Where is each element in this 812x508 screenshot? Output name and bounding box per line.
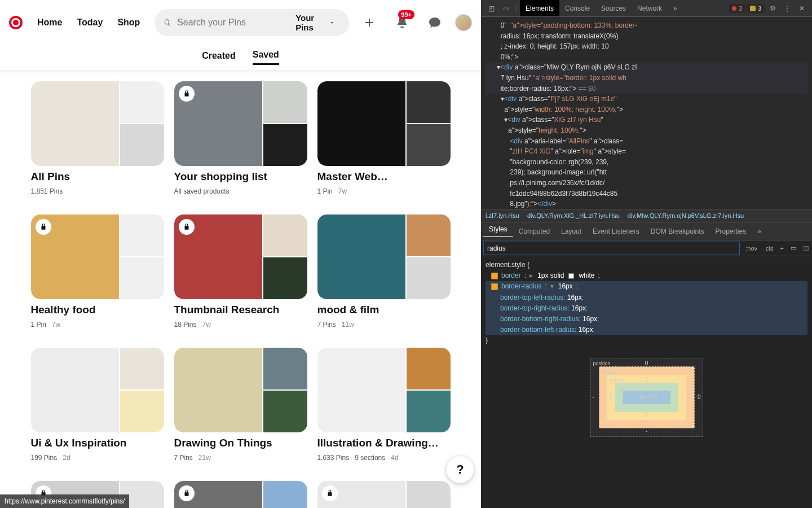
board-title: Illustration & Drawing… xyxy=(317,437,444,449)
messages-button[interactable] xyxy=(422,10,447,35)
board-title: mood & film xyxy=(317,304,444,316)
dom-line[interactable]: 0" "a">style="padding-bottom: 133%; bord… xyxy=(486,20,807,31)
kebab-icon[interactable]: ⋮ xyxy=(780,2,794,15)
dom-line[interactable]: <div a">aria-label="AllPins" a">class= xyxy=(486,136,807,147)
board-card[interactable]: Thumbnail Research18 Pins7w xyxy=(174,214,307,329)
dom-line[interactable]: 8.jpg");"></div> xyxy=(486,199,807,209)
crumb[interactable]: div.MIw.QLY.Rym.ojN.p6V.sLG.zI7.iyn.Hsu xyxy=(628,212,744,219)
subtab-styles[interactable]: Styles xyxy=(483,225,513,237)
dom-line[interactable]: "background-color: rgb(239, 239, xyxy=(486,157,807,168)
devtools-panel: ◰ ▭ Elements Console Sources Network » 3… xyxy=(481,0,812,508)
dom-line[interactable]: ▾<div a">class="Pj7 sLG XiG eEj m1e" xyxy=(486,94,807,104)
dom-line[interactable]: 239); background-image: url("htt xyxy=(486,167,807,178)
tab-elements[interactable]: Elements xyxy=(520,0,559,16)
style-rule[interactable]: border: ▸ 1px solid white; xyxy=(486,270,807,281)
subtab-properties[interactable]: Properties xyxy=(710,227,752,235)
board-card[interactable]: Healthy food1 Pin7w xyxy=(31,214,164,329)
dom-breadcrumbs[interactable]: i.zI7.iyn.Hsu div.QLY.Rym.XiG._HL.zI7.iy… xyxy=(481,209,812,222)
board-card[interactable]: Ui & Ux Inspiration199 Pins2d xyxy=(31,348,164,462)
dom-line[interactable]: ps://i.pinimg.com/236x/fc/1d/dc/ xyxy=(486,178,807,189)
close-icon[interactable]: ✕ xyxy=(795,2,809,15)
dom-line[interactable]: ite;border-radius: 16px;"> == $0 xyxy=(486,84,807,94)
lock-icon xyxy=(179,485,195,501)
expand-icon[interactable]: ▸ xyxy=(529,270,533,281)
board-card[interactable]: Illustration & Drawing…1,633 Pins · 9 se… xyxy=(317,348,451,462)
dom-line[interactable]: a">style="height: 100%;"> xyxy=(486,125,807,136)
inspect-icon[interactable]: ◰ xyxy=(484,2,498,15)
search-scope-dropdown[interactable]: Your Pins xyxy=(295,13,336,32)
board-card[interactable]: Master Web…1 Pin7w xyxy=(317,81,451,195)
styles-filter-input[interactable] xyxy=(483,242,740,255)
board-card[interactable]: All Pins1,851 Pins xyxy=(31,81,164,195)
board-card[interactable]: Drawing On Things7 Pins21w xyxy=(174,348,307,462)
subtab-dombreakpoints[interactable]: DOM Breakpoints xyxy=(645,227,710,235)
help-button[interactable]: ? xyxy=(447,456,474,483)
warning-count[interactable]: 3 xyxy=(747,4,765,13)
tab-network[interactable]: Network xyxy=(632,0,668,16)
style-subrule[interactable]: border-top-right-radius: 16px; xyxy=(486,303,807,314)
notifications-button[interactable]: 99+ xyxy=(390,10,414,35)
dom-line[interactable]: a">style="width: 100%; height: 100%;"> xyxy=(486,104,807,115)
style-subrule[interactable]: border-top-left-radius: 16px; xyxy=(486,292,807,303)
tab-saved[interactable]: Saved xyxy=(253,50,279,65)
board-title: All Pins xyxy=(31,170,157,183)
settings-icon[interactable]: ⚙ xyxy=(766,2,779,15)
search-field[interactable]: Your Pins xyxy=(155,9,349,36)
new-rule-button[interactable]: + xyxy=(777,245,787,252)
dom-line[interactable]: ▾<div a">class="XiG zI7 iyn Hsu" xyxy=(486,115,807,125)
nav-shop[interactable]: Shop xyxy=(117,17,140,28)
tab-console[interactable]: Console xyxy=(559,0,595,16)
subtab-layout[interactable]: Layout xyxy=(555,227,587,235)
dom-tree[interactable]: 0" "a">style="padding-bottom: 133%; bord… xyxy=(481,17,812,209)
dom-line[interactable]: fc1ddc94f88b62d3f73d8bf19c44c85 xyxy=(486,189,807,199)
style-subrule[interactable]: border-bottom-left-radius: 16px; xyxy=(486,325,807,335)
dom-line[interactable]: 7 iyn Hsu" "a">style="border: 1px solid … xyxy=(486,73,807,84)
board-thumbnail xyxy=(174,348,307,432)
box-model[interactable]: position 0 0 - - margin - - - - border 1… xyxy=(590,358,703,437)
board-thumbnail xyxy=(31,81,164,166)
board-meta: 1 Pin7w xyxy=(31,321,164,329)
subtabs-overflow-icon[interactable]: » xyxy=(752,227,767,235)
board-card[interactable] xyxy=(317,481,451,508)
hov-toggle[interactable]: :hov xyxy=(742,245,761,252)
crumb[interactable]: div.QLY.Rym.XiG._HL.zI7.iyn.Hsu xyxy=(527,212,620,219)
board-card[interactable]: Your shopping listAll saved products xyxy=(174,81,307,195)
dom-line[interactable]: ; z-index: 0; height: 157px; width: 10 xyxy=(486,41,807,52)
nav-today[interactable]: Today xyxy=(77,17,103,28)
rule-checkbox[interactable] xyxy=(491,283,498,290)
board-card[interactable]: mood & film7 Pins11w xyxy=(317,214,451,329)
board-thumbnail xyxy=(174,214,307,299)
collapse-icon[interactable]: ▾ xyxy=(550,281,554,292)
tab-created[interactable]: Created xyxy=(202,51,236,64)
board-thumbnail xyxy=(317,348,451,432)
board-title: Your shopping list xyxy=(174,170,301,183)
topbar: Home Today Shop Your Pins 99+ xyxy=(0,0,481,45)
computed-toggle-icon[interactable]: ▭ xyxy=(787,244,800,252)
device-toggle-icon[interactable]: ▭ xyxy=(499,2,513,15)
style-rule[interactable]: border-radius: ▾ 16px; xyxy=(486,281,807,292)
cls-toggle[interactable]: .cls xyxy=(761,245,777,252)
create-button[interactable] xyxy=(357,10,382,35)
subtab-eventlisteners[interactable]: Event Listeners xyxy=(587,227,645,235)
styles-pane[interactable]: element.style { border: ▸ 1px solid whit… xyxy=(481,256,812,452)
tab-sources[interactable]: Sources xyxy=(595,0,632,16)
board-title: Master Web… xyxy=(317,170,444,183)
dom-line[interactable]: 0%;"> xyxy=(486,52,807,63)
rule-checkbox[interactable] xyxy=(491,273,498,279)
nav-home[interactable]: Home xyxy=(37,17,62,28)
sidebar-toggle-icon[interactable]: ◫ xyxy=(800,244,812,252)
style-subrule[interactable]: border-bottom-right-radius: 16px; xyxy=(486,314,807,325)
dom-line[interactable]: "zIH PC4 XiG" a">role="img" a">style= xyxy=(486,146,807,157)
crumb[interactable]: i.zI7.iyn.Hsu xyxy=(486,212,519,219)
search-input[interactable] xyxy=(177,17,290,28)
pinterest-logo-icon[interactable] xyxy=(9,16,23,29)
dom-line[interactable]: ▾<div a">class="MIw QLY Rym ojN p6V sLG … xyxy=(486,62,807,73)
subtab-computed[interactable]: Computed xyxy=(513,227,555,235)
avatar[interactable] xyxy=(455,14,472,31)
board-card[interactable] xyxy=(174,481,307,508)
boards-grid[interactable]: All Pins1,851 PinsYour shopping listAll … xyxy=(0,73,481,508)
color-swatch[interactable] xyxy=(568,273,574,279)
dom-line[interactable]: radius: 16px; transform: translateX(0%) xyxy=(486,31,807,42)
error-count[interactable]: 3 xyxy=(729,4,745,13)
tabs-overflow-icon[interactable]: » xyxy=(668,0,683,16)
